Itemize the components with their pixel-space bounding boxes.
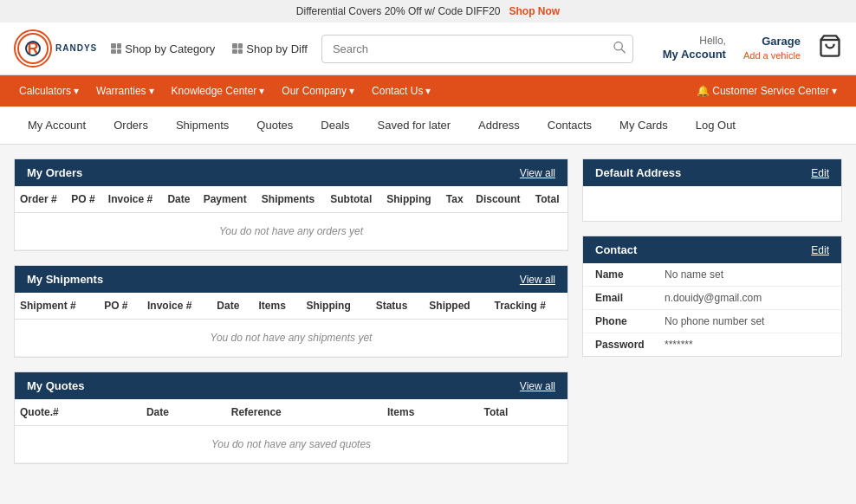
shipments-card-header: My Shipments View all [15, 266, 567, 293]
orders-card: My Orders View all Order # PO # Invoice … [14, 158, 568, 251]
contact-password-label: Password [595, 339, 665, 351]
contact-name-label: Name [595, 268, 665, 281]
orders-col-payment: Payment [198, 186, 256, 213]
shipments-card: My Shipments View all Shipment # PO # In… [14, 265, 568, 358]
shop-category-label: Shop by Category [125, 42, 215, 55]
menu-my-account[interactable]: My Account [14, 107, 100, 144]
header: R RANDYS Shop by Category Shop by Diff [0, 23, 856, 75]
menu-address[interactable]: Address [464, 107, 534, 144]
contact-password-row: Password ******* [583, 333, 841, 356]
garage-block[interactable]: Garage Add a vehicle [743, 35, 801, 61]
search-bar [321, 35, 633, 63]
quotes-empty-row: You do not have any saved quotes [15, 426, 567, 463]
my-account-block[interactable]: Hello, My Account [663, 35, 726, 62]
nav-contact-us[interactable]: Contact Us ▾ [363, 75, 439, 107]
ship-col-items: Items [253, 293, 301, 320]
ship-col-status: Status [371, 293, 425, 320]
search-button[interactable] [613, 41, 626, 57]
default-address-title: Default Address [595, 166, 681, 179]
shipments-table: Shipment # PO # Invoice # Date Items Shi… [15, 293, 567, 357]
contact-password-value: ******* [665, 339, 693, 351]
ship-col-tracking: Tracking # [490, 293, 568, 320]
shop-by-diff-link[interactable]: Shop by Diff [232, 42, 308, 55]
search-icon [613, 41, 626, 55]
contact-name-row: Name No name set [583, 263, 841, 287]
quote-col-total: Total [479, 399, 567, 426]
menu-contacts[interactable]: Contacts [534, 107, 606, 144]
menu-my-cards[interactable]: My Cards [606, 107, 682, 144]
nav-our-company[interactable]: Our Company ▾ [273, 75, 363, 107]
nav-knowledge-center[interactable]: Knowledge Center ▾ [163, 75, 274, 107]
menu-deals[interactable]: Deals [307, 107, 363, 144]
shipments-view-all-button[interactable]: View all [520, 274, 555, 286]
default-address-card: Default Address Edit [582, 158, 842, 222]
ship-col-shipping: Shipping [301, 293, 370, 320]
shop-by-category-link[interactable]: Shop by Category [111, 42, 215, 55]
orders-table: Order # PO # Invoice # Date Payment Ship… [15, 186, 567, 250]
shipments-card-body: Shipment # PO # Invoice # Date Items Shi… [15, 293, 567, 357]
header-right: Hello, My Account Garage Add a vehicle [663, 34, 842, 63]
menu-shipments[interactable]: Shipments [162, 107, 243, 144]
search-input[interactable] [321, 35, 633, 63]
contact-phone-row: Phone No phone number set [583, 310, 841, 333]
diff-grid-icon [232, 43, 243, 54]
ship-col-date: Date [211, 293, 253, 320]
shipments-empty-row: You do not have any shipments yet [15, 320, 567, 357]
quotes-empty-text: You do not have any saved quotes [15, 426, 567, 463]
ship-col-po: PO # [99, 293, 142, 320]
header-nav-links: Shop by Category Shop by Diff [111, 42, 308, 55]
quotes-card-body: Quote.# Date Reference Items Total You d… [15, 399, 567, 463]
orders-col-discount: Discount [470, 186, 530, 213]
nav-warranties[interactable]: Warranties ▾ [88, 75, 163, 107]
orders-col-po: PO # [66, 186, 103, 213]
menu-log-out[interactable]: Log Out [682, 107, 749, 144]
account-label: My Account [663, 48, 726, 62]
shipments-empty-text: You do not have any shipments yet [15, 320, 567, 357]
quotes-title: My Quotes [27, 379, 84, 392]
quotes-card-header: My Quotes View all [15, 372, 567, 399]
orders-col-subtotal: Subtotal [325, 186, 381, 213]
orders-col-tax: Tax [441, 186, 470, 213]
contact-email-value: n.douidy@gmail.com [665, 292, 762, 304]
default-address-header: Default Address Edit [583, 159, 841, 186]
logo[interactable]: R RANDYS [14, 29, 97, 68]
contact-edit-button[interactable]: Edit [811, 244, 829, 256]
contact-card: Contact Edit Name No name set Email n.do… [582, 236, 842, 357]
contact-phone-label: Phone [595, 315, 665, 327]
contact-card-header: Contact Edit [583, 236, 841, 263]
nav-bar-left: Calculators ▾ Warranties ▾ Knowledge Cen… [10, 75, 439, 107]
quotes-table: Quote.# Date Reference Items Total You d… [15, 399, 567, 463]
nav-calculators[interactable]: Calculators ▾ [10, 75, 88, 107]
nav-customer-service[interactable]: 🔔 Customer Service Center ▾ [688, 75, 846, 107]
orders-view-all-button[interactable]: View all [520, 167, 555, 179]
ship-col-invoice: Invoice # [142, 293, 211, 320]
category-grid-icon [111, 43, 121, 54]
default-address-edit-button[interactable]: Edit [811, 167, 829, 179]
orders-col-invoice: Invoice # [103, 186, 163, 213]
orders-empty-row: You do not have any orders yet [15, 213, 567, 250]
quote-col-num: Quote.# [15, 399, 141, 426]
shop-diff-label: Shop by Diff [246, 42, 308, 55]
orders-col-date: Date [162, 186, 198, 213]
banner-link[interactable]: Shop Now [509, 5, 561, 17]
cart-icon[interactable] [818, 34, 842, 63]
default-address-body [583, 186, 841, 221]
garage-sub: Add a vehicle [743, 49, 801, 61]
orders-col-total: Total [530, 186, 567, 213]
contact-email-label: Email [595, 292, 665, 304]
svg-line-4 [621, 49, 626, 54]
right-section: Default Address Edit Contact Edit Name N… [582, 158, 842, 464]
logo-icon: R [14, 29, 52, 68]
shipments-title: My Shipments [27, 273, 103, 286]
menu-orders[interactable]: Orders [100, 107, 162, 144]
contact-card-body: Name No name set Email n.douidy@gmail.co… [583, 263, 841, 356]
quote-col-items: Items [382, 399, 479, 426]
quote-col-reference: Reference [226, 399, 382, 426]
menu-quotes[interactable]: Quotes [243, 107, 307, 144]
quotes-view-all-button[interactable]: View all [520, 380, 555, 392]
account-sub: Hello, [663, 35, 726, 48]
menu-saved-for-later[interactable]: Saved for later [364, 107, 465, 144]
main-content: My Orders View all Order # PO # Invoice … [0, 145, 856, 478]
nav-bar-right: 🔔 Customer Service Center ▾ [688, 75, 846, 107]
contact-name-value: No name set [665, 268, 723, 281]
